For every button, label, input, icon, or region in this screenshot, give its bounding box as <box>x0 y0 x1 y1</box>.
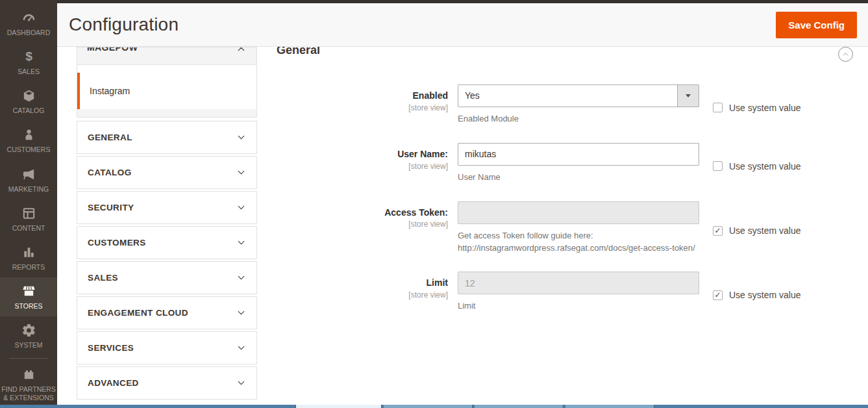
marketing-icon <box>21 167 36 182</box>
chevron-down-icon <box>236 377 247 389</box>
sidebar-item-label: CONTENT <box>12 224 45 233</box>
collapse-section-button[interactable] <box>838 47 853 62</box>
use-system-value-label: Use system value <box>729 225 800 236</box>
sidebar-item-marketing[interactable]: MARKETING <box>0 160 57 199</box>
nav-item-customers[interactable]: CUSTOMERS <box>77 226 257 259</box>
sidebar-item-label: CATALOG <box>13 107 45 115</box>
dashboard-icon <box>21 10 36 25</box>
sidebar-item-customers[interactable]: CUSTOMERS <box>0 121 57 160</box>
save-config-button[interactable]: Save Config <box>776 12 857 38</box>
nav-group-label: MAGEPOW <box>87 47 138 64</box>
field-label: Access Token: <box>277 207 448 218</box>
use-system-value-label: Use system value <box>729 290 800 300</box>
check-mark: ✓ <box>714 291 721 299</box>
sidebar-item-label: SALES <box>18 68 40 76</box>
nav-item-services[interactable]: SERVICES <box>77 331 257 364</box>
nav-group-magepow: MAGEPOW Instagram <box>77 47 257 118</box>
sidebar-item-label: CUSTOMERS <box>7 146 51 154</box>
field-label: User Name: <box>277 149 448 160</box>
nav-item-label: ENGAGEMENT CLOUD <box>88 308 188 318</box>
sidebar-item-system[interactable]: SYSTEM <box>0 316 57 355</box>
stores-icon <box>21 284 36 299</box>
nav-item-label: ADVANCED <box>88 378 139 388</box>
field-label: Enabled <box>277 90 448 101</box>
form-row-access-token: Access Token: [store view] Get access To… <box>277 201 859 255</box>
user-name-input[interactable] <box>458 143 699 166</box>
use-system-value-checkbox[interactable] <box>713 161 723 171</box>
sidebar-item-label: STORES <box>15 302 43 311</box>
chevron-down-icon <box>236 167 247 178</box>
chevron-up-icon <box>236 47 247 55</box>
sidebar-divider <box>9 358 48 359</box>
use-system-value-checkbox[interactable]: ✓ <box>713 226 723 236</box>
catalog-icon <box>21 88 36 103</box>
sidebar-item-label: MARKETING <box>8 185 49 194</box>
field-label: Limit <box>277 277 448 288</box>
field-scope: [store view] <box>408 103 448 112</box>
nav-item-label: CATALOG <box>88 168 132 177</box>
nav-item-catalog[interactable]: CATALOG <box>77 156 257 189</box>
select-arrow-button[interactable] <box>677 85 699 107</box>
nav-item-label: SECURITY <box>88 203 134 212</box>
nav-item-engagement-cloud[interactable]: ENGAGEMENT CLOUD <box>77 296 257 329</box>
form-row-user-name: User Name: [store view] User Name Use sy… <box>277 143 859 184</box>
magento-admin-screen: DASHBOARD $ SALES CATALOG CUSTOMERS MARK… <box>0 0 868 408</box>
sidebar-item-sales[interactable]: $ SALES <box>0 43 57 82</box>
chevron-down-icon <box>236 272 247 283</box>
field-scope: [store view] <box>408 220 448 229</box>
sidebar-item-content[interactable]: CONTENT <box>0 199 57 238</box>
select-value: Yes <box>458 85 480 107</box>
chevron-down-icon <box>236 307 247 318</box>
sidebar-item-find-partners[interactable]: FIND PARTNERS & EXTENSIONS <box>0 361 57 408</box>
chevron-down-icon <box>236 202 247 213</box>
nav-item-advanced[interactable]: ADVANCED <box>77 366 257 400</box>
limit-input[interactable] <box>458 272 699 294</box>
sidebar-item-stores[interactable]: STORES <box>0 277 57 316</box>
use-system-value-checkbox[interactable]: ✓ <box>713 290 723 300</box>
section-header-general: General <box>277 47 859 66</box>
sidebar-item-dashboard[interactable]: DASHBOARD <box>0 4 57 43</box>
nav-item-instagram[interactable]: Instagram <box>77 73 256 109</box>
svg-text:$: $ <box>25 49 32 63</box>
nav-group-body: Instagram <box>77 65 256 109</box>
nav-item-general[interactable]: GENERAL <box>77 121 257 154</box>
sidebar-item-label: SYSTEM <box>14 341 42 350</box>
access-token-input[interactable] <box>458 201 699 224</box>
page-title: Configuration <box>69 14 179 35</box>
sales-icon: $ <box>21 49 36 64</box>
field-helper: User Name <box>458 172 699 184</box>
content-column: Configuration Save Config MAGEPOW Instag… <box>57 0 868 408</box>
system-icon <box>21 323 36 338</box>
taskbar-segment <box>565 405 654 408</box>
page-header: Configuration Save Config <box>57 3 868 47</box>
field-helper: Limit <box>458 300 699 312</box>
use-system-value-checkbox[interactable] <box>713 103 723 112</box>
field-scope: [store view] <box>408 290 448 300</box>
nav-item-security[interactable]: SECURITY <box>77 191 257 224</box>
taskbar-segment <box>475 405 564 408</box>
nav-group-footer <box>77 109 256 117</box>
sidebar-item-catalog[interactable]: CATALOG <box>0 82 57 121</box>
form-row-limit: Limit [store view] Limit ✓ Use system va… <box>277 272 859 312</box>
check-mark: ✓ <box>714 227 721 235</box>
use-system-value-label: Use system value <box>729 161 800 172</box>
config-form-panel: General Enabled [store view] Yes <box>257 47 868 408</box>
page-body: MAGEPOW Instagram GENERAL CATALOG <box>57 47 868 408</box>
nav-item-label: GENERAL <box>88 133 132 142</box>
sidebar-item-label: REPORTS <box>12 263 45 272</box>
sidebar-item-reports[interactable]: REPORTS <box>0 238 57 277</box>
reports-icon <box>21 245 36 260</box>
nav-group-header-magepow[interactable]: MAGEPOW <box>77 47 256 65</box>
field-helper: Enabled Module <box>458 113 699 125</box>
chevron-down-icon <box>236 342 247 353</box>
chevron-up-circle-icon <box>841 50 850 58</box>
sidebar-item-label: FIND PARTNERS & EXTENSIONS <box>1 385 56 402</box>
caret-down-icon <box>686 94 691 97</box>
enabled-select[interactable]: Yes <box>458 84 699 107</box>
nav-item-label: SALES <box>88 273 118 283</box>
form-row-enabled: Enabled [store view] Yes Enabled Module … <box>277 84 859 125</box>
taskbar-segment <box>384 405 473 408</box>
nav-item-label: CUSTOMERS <box>88 238 146 248</box>
nav-item-sales[interactable]: SALES <box>77 261 257 294</box>
section-title: General <box>277 47 320 57</box>
